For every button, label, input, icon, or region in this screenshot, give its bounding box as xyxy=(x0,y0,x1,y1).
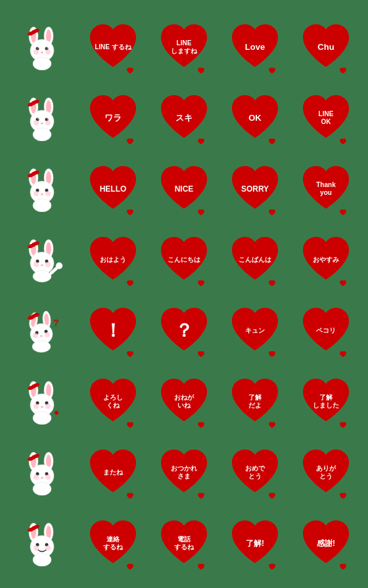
heart-text: ありがとう xyxy=(313,465,338,480)
svg-point-52 xyxy=(32,243,35,247)
svg-point-75 xyxy=(32,341,51,352)
cell-4-3[interactable]: キュン xyxy=(222,298,288,364)
heart-text: 電話するね xyxy=(172,536,196,551)
cell-0-1[interactable]: LINE するね xyxy=(80,14,146,80)
heart-arigatou: ありがとう xyxy=(300,446,352,499)
heart-kansha: 感謝! xyxy=(300,517,352,570)
cell-7-3[interactable]: 了解! xyxy=(222,511,288,576)
heart-text: おやすみ xyxy=(310,256,342,264)
cell-0-4[interactable]: Chu xyxy=(293,14,359,80)
heart-text: Thankyou xyxy=(313,181,338,197)
svg-point-87 xyxy=(41,406,43,408)
heart-line-surune: LINE するね xyxy=(87,21,139,74)
heart-text: ？ xyxy=(172,320,196,342)
cell-0-2[interactable]: LINEしますね xyxy=(151,14,217,80)
cell-1-4[interactable]: LINEOK xyxy=(293,85,359,151)
svg-point-116 xyxy=(34,545,39,551)
cell-3-1[interactable]: おはよう xyxy=(80,227,146,293)
svg-text:?: ? xyxy=(53,318,59,328)
cell-6-0[interactable] xyxy=(9,440,75,505)
cell-4-1[interactable]: ！ xyxy=(80,298,146,364)
cell-4-4[interactable]: ペコリ xyxy=(293,298,359,364)
svg-point-58 xyxy=(45,262,51,267)
cell-2-3[interactable]: SORRY xyxy=(222,156,288,222)
svg-point-91 xyxy=(55,411,58,415)
heart-ok: OK xyxy=(229,92,281,144)
svg-point-105 xyxy=(33,482,51,495)
cell-0-0[interactable] xyxy=(9,14,75,80)
cell-1-2[interactable]: スキ xyxy=(151,85,217,151)
heart-yoroshiku: よろしくね xyxy=(87,375,139,428)
rabbit-7 xyxy=(12,443,72,502)
cell-2-4[interactable]: Thankyou xyxy=(293,156,359,222)
heart-text: よろしくね xyxy=(101,394,126,410)
heart-ohayo: おはよう xyxy=(87,234,139,286)
cell-0-3[interactable]: Love xyxy=(222,14,288,80)
svg-point-11 xyxy=(47,47,48,49)
heart-line-ok: LINEOK xyxy=(300,92,352,144)
heart-konbanwa: こんばんは xyxy=(229,234,281,286)
svg-point-98 xyxy=(32,455,35,459)
svg-point-10 xyxy=(37,47,39,49)
svg-point-72 xyxy=(40,335,43,337)
heart-text: またね xyxy=(101,469,126,476)
cell-7-4[interactable]: 感謝! xyxy=(293,511,359,576)
cell-3-2[interactable]: こんにちは xyxy=(151,227,217,293)
heart-text: おはよう xyxy=(97,256,129,264)
rabbit-6 xyxy=(12,372,72,431)
heart-omedetou: おめでとう xyxy=(229,446,281,499)
svg-point-56 xyxy=(41,264,43,266)
cell-2-1[interactable]: HELLO xyxy=(80,156,146,222)
cell-1-1[interactable]: ワラ xyxy=(80,85,146,151)
cell-2-2[interactable]: NICE xyxy=(151,156,217,222)
cell-6-1[interactable]: またね xyxy=(80,440,146,505)
heart-hello: HELLO xyxy=(87,163,139,215)
svg-point-29 xyxy=(34,120,39,125)
heart-text: OK xyxy=(246,113,264,123)
svg-point-28 xyxy=(41,123,43,125)
cell-7-0[interactable] xyxy=(9,511,75,576)
svg-point-44 xyxy=(45,191,51,196)
cell-3-4[interactable]: おやすみ xyxy=(293,227,359,293)
svg-point-6 xyxy=(32,30,35,34)
svg-point-83 xyxy=(32,385,35,388)
cell-7-2[interactable]: 電話するね xyxy=(151,511,217,576)
heart-konnichiwa: こんにちは xyxy=(158,234,210,286)
cell-2-0[interactable] xyxy=(9,156,75,222)
heart-ryokai-shimashita: 了解しました xyxy=(300,375,352,428)
cell-4-0[interactable]: ? xyxy=(9,298,75,364)
cell-6-4[interactable]: ありがとう xyxy=(293,440,359,505)
heart-text: こんばんは xyxy=(236,256,274,264)
heart-text: ！ xyxy=(101,320,125,342)
svg-point-42 xyxy=(41,194,43,196)
rabbit-4-waving xyxy=(12,230,72,289)
cell-6-3[interactable]: おめでとう xyxy=(222,440,288,505)
cell-7-1[interactable]: 連絡するね xyxy=(80,511,146,576)
cell-1-0[interactable] xyxy=(9,85,75,151)
cell-5-0[interactable] xyxy=(9,369,75,434)
svg-point-45 xyxy=(33,199,51,212)
svg-point-112 xyxy=(32,526,35,530)
cell-3-3[interactable]: こんばんは xyxy=(222,227,288,293)
heart-sorry: SORRY xyxy=(229,163,281,215)
cell-5-3[interactable]: 了解だよ xyxy=(222,369,288,434)
svg-point-103 xyxy=(34,474,39,480)
cell-4-2[interactable]: ？ xyxy=(151,298,217,364)
svg-point-74 xyxy=(45,332,50,337)
heart-ryokai-dayo: 了解だよ xyxy=(229,375,281,428)
svg-point-90 xyxy=(33,411,51,425)
cell-1-3[interactable]: OK xyxy=(222,85,288,151)
cell-6-2[interactable]: おつかれさま xyxy=(151,440,217,505)
heart-nice: NICE xyxy=(158,163,210,215)
heart-chu: Chu xyxy=(300,21,352,74)
heart-matane: またね xyxy=(87,446,139,499)
heart-text: おねがいね xyxy=(172,394,196,410)
cell-3-0[interactable] xyxy=(9,227,75,293)
svg-point-61 xyxy=(56,262,62,269)
cell-5-4[interactable]: 了解しました xyxy=(293,369,359,434)
cell-5-1[interactable]: よろしくね xyxy=(80,369,146,434)
svg-point-30 xyxy=(45,120,51,125)
cell-5-2[interactable]: おねがいね xyxy=(151,369,217,434)
heart-text: ワラ xyxy=(102,113,124,123)
svg-point-14 xyxy=(45,49,51,54)
